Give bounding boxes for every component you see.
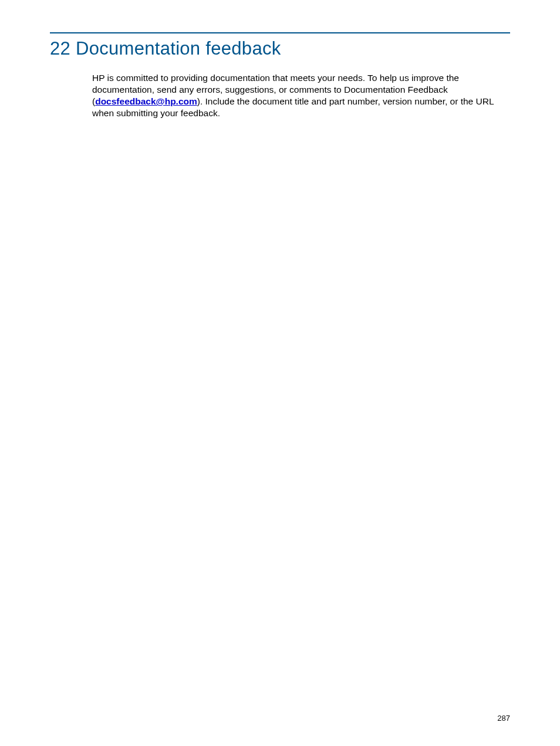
chapter-heading: 22 Documentation feedback	[50, 38, 510, 59]
heading-rule	[50, 32, 510, 33]
page-number: 287	[497, 714, 510, 723]
feedback-email-link[interactable]: docsfeedback@hp.com	[95, 96, 197, 106]
body-paragraph: HP is committed to providing documentati…	[92, 72, 510, 120]
document-page: 22 Documentation feedback HP is committe…	[0, 0, 560, 746]
